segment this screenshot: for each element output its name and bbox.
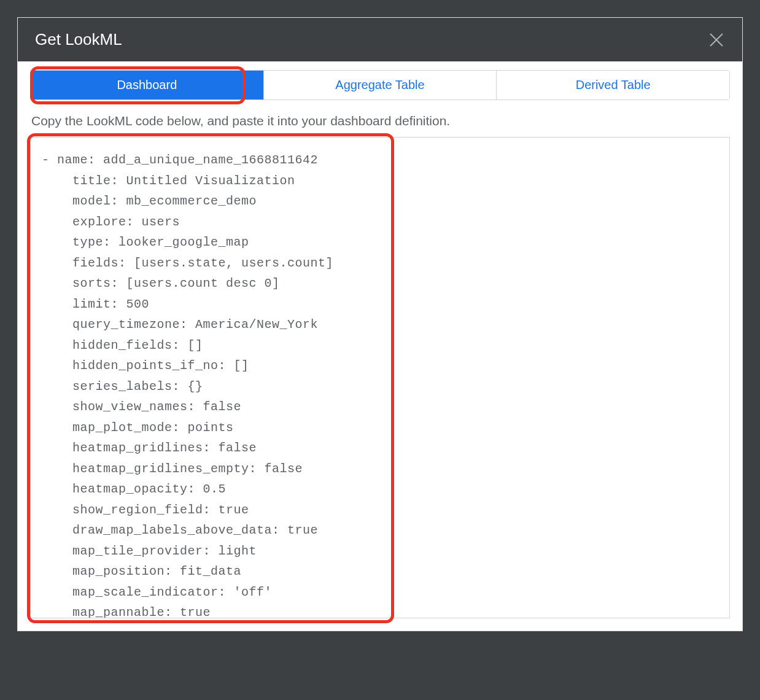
tabs: Dashboard Aggregate Table Derived Table <box>30 70 730 100</box>
close-icon[interactable] <box>708 31 725 49</box>
modal-body: Dashboard Aggregate Table Derived Table … <box>18 61 742 631</box>
tab-derived-table[interactable]: Derived Table <box>497 71 729 99</box>
code-wrapper: - name: add_a_unique_name_1668811642 tit… <box>30 137 730 618</box>
tabs-container: Dashboard Aggregate Table Derived Table <box>30 70 730 100</box>
tab-dashboard[interactable]: Dashboard <box>31 71 264 99</box>
modal-title: Get LookML <box>35 30 122 49</box>
lookml-code-block[interactable]: - name: add_a_unique_name_1668811642 tit… <box>30 137 730 618</box>
tab-aggregate-table[interactable]: Aggregate Table <box>264 71 497 99</box>
get-lookml-modal: Get LookML Dashboard Aggregate Table Der… <box>17 17 743 631</box>
modal-header: Get LookML <box>18 18 742 61</box>
instruction-text: Copy the LookML code below, and paste it… <box>30 114 730 128</box>
